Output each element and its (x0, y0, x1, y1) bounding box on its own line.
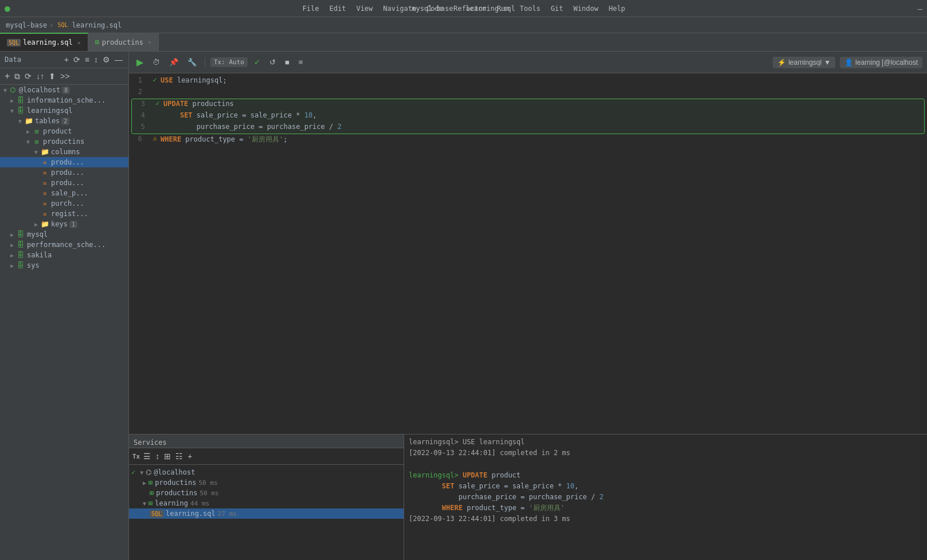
tab-learning-label: learning.sql (23, 38, 73, 46)
svc-item-learning-group[interactable]: ▼ ⊞ learning 44 ms (129, 498, 404, 508)
svc-item-productins-group[interactable]: ▶ ⊞ productins 50 ms (129, 477, 404, 488)
tree-item-sakila[interactable]: ▶ 🗄 sakila (0, 250, 128, 260)
services-label: Services (134, 438, 167, 447)
code-editor[interactable]: 1 ✓ USE learningsql; 2 3 (129, 73, 927, 434)
tree-item-info-schema[interactable]: ▶ 🗄 information_sche... (0, 95, 128, 105)
output-line-4: learningsql> UPDATE product (409, 470, 922, 481)
tree-sakila-label: sakila (27, 251, 52, 259)
tree-col2-label: produ... (51, 169, 84, 177)
breadcrumb: mysql-base › SQL learning.sql (0, 17, 927, 33)
svc-learning-sql-time: 27 ms (218, 510, 237, 518)
svc-db-icon-learning: ⊞ (148, 499, 152, 507)
tree-item-sys[interactable]: ▶ 🗄 sys (0, 260, 128, 271)
code-line-6: 6 ⚠ WHERE product_type = '厨房用具'; (129, 134, 927, 146)
db-conn-left[interactable]: ⚡ learningsql ▼ (773, 57, 835, 68)
pin-button[interactable]: 📌 (166, 56, 181, 68)
rollback-button[interactable]: ↺ (267, 56, 279, 68)
tree-item-localhost[interactable]: ▼ ⌬ @localhost 8 (0, 85, 128, 95)
svc-graph-btn[interactable]: ⊞ (163, 451, 172, 462)
tree-item-mysql[interactable]: ▶ 🗄 mysql (0, 229, 128, 240)
tree-item-col2[interactable]: ≡ produ... (0, 167, 128, 178)
svc-productins-sql-time: 50 ms (200, 489, 218, 497)
tx-label: Tx (132, 453, 140, 460)
sidebar-up-btn[interactable]: ⬆ (48, 71, 57, 82)
folder-icon-keys: 📁 (40, 220, 49, 228)
db-icon-learningsql: 🗄 (16, 107, 25, 115)
svc-sort-btn[interactable]: ↕ (154, 451, 161, 462)
output-panel: learningsql> USE learningsql [2022-09-13… (404, 434, 927, 560)
stop-button[interactable]: ■ (282, 56, 292, 68)
history-button[interactable]: ⏱ (150, 56, 163, 68)
sidebar-sync-btn[interactable]: ⟳ (72, 54, 81, 65)
tree-perf-label: performance_sche... (27, 241, 105, 249)
svc-arrow-localhost: ▼ (138, 469, 146, 476)
menu-help[interactable]: Help (604, 3, 630, 14)
svc-add-btn[interactable]: + (186, 451, 193, 462)
svc-item-productins-sql[interactable]: ⊞ productins 50 ms (129, 488, 404, 498)
run-button[interactable]: ▶ (134, 55, 146, 69)
table-icon-productins: ⊞ (32, 138, 41, 146)
svc-align-btn[interactable]: ☰ (142, 451, 152, 462)
tab-learning-sql[interactable]: SQL learning.sql ✕ (0, 33, 88, 51)
tree-item-col1[interactable]: ≡ produ... (0, 157, 128, 167)
menu-window[interactable]: Window (569, 3, 603, 14)
sidebar-sort-btn[interactable]: ↕ (93, 54, 99, 65)
tree-item-tables[interactable]: ▼ 📁 tables 2 (0, 116, 128, 126)
svc-item-learning-sql[interactable]: SQL learning.sql 27 ms (129, 508, 404, 519)
menu-git[interactable]: Git (546, 3, 568, 14)
services-panel: Services Tx ☰ ↕ ⊞ ☷ + (129, 434, 404, 560)
table-icon-product: ⊞ (32, 128, 41, 135)
line-number-6: 6 (129, 134, 149, 143)
commit-button[interactable]: ✓ (251, 56, 263, 68)
tree-item-col3[interactable]: ≡ produ... (0, 178, 128, 188)
tab-close-icon[interactable]: ✕ (77, 40, 81, 46)
localhost-badge: 8 (62, 87, 70, 94)
breadcrumb-root[interactable]: mysql-base (6, 21, 47, 29)
tree-col4-label: sale_p... (51, 189, 88, 197)
code-line-2: 2 (129, 87, 927, 99)
tree-item-col6[interactable]: ≡ regist... (0, 209, 128, 219)
menu-tools[interactable]: Tools (515, 3, 545, 14)
tree-item-columns[interactable]: ▼ 📁 columns (0, 147, 128, 157)
db-conn-right[interactable]: 👤 learning [@localhost (840, 57, 922, 68)
tree-item-perf[interactable]: ▶ 🗄 performance_sche... (0, 240, 128, 250)
sidebar-more-btn[interactable]: >> (59, 71, 71, 82)
tree-item-col4[interactable]: ≡ sale_p... (0, 188, 128, 198)
tab-productins-close-icon[interactable]: ✕ (148, 39, 151, 45)
format-button[interactable]: ≡ (296, 56, 306, 68)
col-icon-6: ≡ (40, 211, 49, 217)
tab-bar: SQL learning.sql ✕ ⊞ productins ✕ (0, 33, 927, 52)
svc-list-btn[interactable]: ☷ (174, 451, 184, 462)
sidebar-ddl-btn[interactable]: ↓↑ (35, 71, 45, 82)
tree-item-col5[interactable]: ≡ purch... (0, 198, 128, 209)
sidebar-add-btn[interactable]: + (63, 54, 70, 65)
tree-mysql-label: mysql (27, 230, 48, 238)
menu-view[interactable]: View (351, 3, 377, 14)
tree-item-learningsql[interactable]: ▼ 🗄 learningsql (0, 105, 128, 116)
breadcrumb-file[interactable]: learning.sql (72, 21, 122, 29)
sidebar-refresh-btn[interactable]: ⟳ (24, 71, 33, 82)
col-icon-2: ≡ (40, 170, 49, 176)
db-conn-chevron: ▼ (824, 58, 831, 66)
tree-item-product[interactable]: ▶ ⊞ product (0, 126, 128, 136)
toolbar-separator (205, 57, 205, 68)
line-code-6: WHERE product_type = '厨房用具'; (161, 134, 287, 145)
svc-item-localhost[interactable]: ✓ ▼ ⌬ @localhost (129, 467, 404, 477)
db-icon-info: 🗄 (16, 96, 25, 104)
tree-item-productins[interactable]: ▼ ⊞ productins (0, 136, 128, 147)
menu-file[interactable]: File (298, 3, 324, 14)
sidebar-close-btn[interactable]: — (114, 54, 124, 65)
line-number-3: 3 (132, 99, 152, 108)
tx-dropdown[interactable]: Tx: Auto (210, 57, 248, 67)
sidebar-settings-btn[interactable]: ⚙ (101, 54, 111, 65)
sidebar-filter-btn[interactable]: ≡ (84, 54, 91, 65)
tab-productins[interactable]: ⊞ productins ✕ (88, 33, 159, 51)
settings-button[interactable]: 🔧 (185, 56, 200, 68)
svc-arrow-productins: ▶ (140, 480, 148, 486)
sidebar-copy-btn[interactable]: ⧉ (13, 71, 21, 83)
svc-learning-label: learning (155, 499, 188, 507)
sidebar-new-btn[interactable]: + (3, 70, 11, 83)
tree-item-keys[interactable]: ▶ 📁 keys 1 (0, 219, 128, 229)
svc-learning-sql-label: learning.sql (166, 510, 216, 518)
menu-edit[interactable]: Edit (325, 3, 351, 14)
